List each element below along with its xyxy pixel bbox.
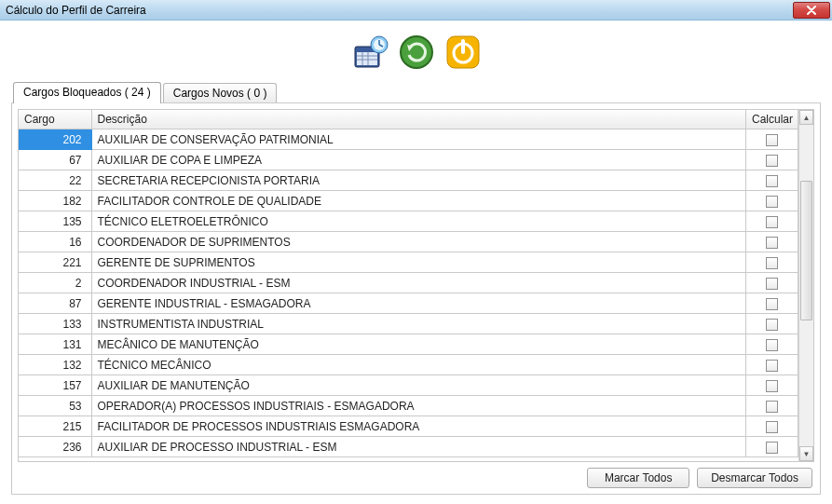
table-row[interactable]: 236AUXILIAR DE PROCESSO INDUSTRIAL - ESM — [19, 437, 798, 457]
cell-cargo[interactable]: 157 — [19, 375, 91, 396]
marcar-todos-button[interactable]: Marcar Todos — [587, 468, 689, 488]
refresh-button[interactable] — [398, 34, 435, 71]
checkbox[interactable] — [766, 237, 778, 249]
cell-descricao[interactable]: COORDENADOR INDUSTRIAL - ESM — [91, 273, 746, 293]
checkbox[interactable] — [766, 421, 778, 433]
cell-descricao[interactable]: OPERADOR(A) PROCESSOS INDUSTRIAIS - ESMA… — [91, 396, 746, 416]
cell-descricao[interactable]: COORDENADOR DE SUPRIMENTOS — [91, 232, 746, 252]
table-row[interactable]: 221GERENTE DE SUPRIMENTOS — [19, 252, 798, 273]
cell-calcular[interactable] — [746, 334, 798, 355]
cell-calcular[interactable] — [746, 211, 798, 232]
checkbox[interactable] — [766, 257, 778, 269]
vertical-scrollbar[interactable]: ▲ ▼ — [798, 110, 813, 461]
cell-descricao[interactable]: TÉCNICO ELETROELETRÔNICO — [91, 211, 746, 232]
calendar-clock-icon — [351, 34, 389, 71]
table-row[interactable]: 53OPERADOR(A) PROCESSOS INDUSTRIAIS - ES… — [19, 396, 798, 416]
cell-cargo[interactable]: 67 — [19, 150, 91, 170]
scroll-track[interactable] — [799, 125, 813, 446]
cell-calcular[interactable] — [746, 396, 798, 416]
scroll-up-arrow[interactable]: ▲ — [799, 110, 813, 125]
cell-calcular[interactable] — [746, 416, 798, 437]
cell-cargo[interactable]: 132 — [19, 355, 91, 375]
checkbox[interactable] — [766, 360, 778, 372]
checkbox[interactable] — [766, 155, 778, 167]
tab-cargos-novos[interactable]: Cargos Novos ( 0 ) — [163, 83, 278, 104]
checkbox[interactable] — [766, 319, 778, 331]
table-row[interactable]: 135TÉCNICO ELETROELETRÔNICO — [19, 211, 798, 232]
cell-calcular[interactable] — [746, 252, 798, 273]
cell-descricao[interactable]: SECRETARIA RECEPCIONISTA PORTARIA — [91, 170, 746, 191]
panel-buttons: Marcar Todos Desmarcar Todos — [587, 468, 812, 488]
cell-calcular[interactable] — [746, 170, 798, 191]
checkbox[interactable] — [766, 175, 778, 187]
cell-cargo[interactable]: 135 — [19, 211, 91, 232]
table-row[interactable]: 157AUXILIAR DE MANUTENÇÃO — [19, 375, 798, 396]
table-row[interactable]: 133INSTRUMENTISTA INDUSTRIAL — [19, 314, 798, 334]
cell-descricao[interactable]: AUXILIAR DE MANUTENÇÃO — [91, 375, 746, 396]
cell-descricao[interactable]: MECÂNICO DE MANUTENÇÃO — [91, 334, 746, 355]
cell-cargo[interactable]: 131 — [19, 334, 91, 355]
cell-descricao[interactable]: FACILITADOR CONTROLE DE QUALIDADE — [91, 191, 746, 211]
table-row[interactable]: 182FACILITADOR CONTROLE DE QUALIDADE — [19, 191, 798, 211]
cell-calcular[interactable] — [746, 437, 798, 457]
table-row[interactable]: 16COORDENADOR DE SUPRIMENTOS — [19, 232, 798, 252]
col-header-descricao[interactable]: Descrição — [91, 110, 746, 129]
cell-calcular[interactable] — [746, 150, 798, 170]
cell-descricao[interactable]: TÉCNICO MECÂNICO — [91, 355, 746, 375]
grid[interactable]: Cargo Descrição Calcular 202AUXILIAR DE … — [19, 110, 798, 461]
checkbox[interactable] — [766, 278, 778, 290]
cell-cargo[interactable]: 202 — [19, 129, 91, 150]
cell-cargo[interactable]: 215 — [19, 416, 91, 437]
cell-cargo[interactable]: 2 — [19, 273, 91, 293]
table-row[interactable]: 2COORDENADOR INDUSTRIAL - ESM — [19, 273, 798, 293]
cell-cargo[interactable]: 133 — [19, 314, 91, 334]
cell-descricao[interactable]: AUXILIAR DE PROCESSO INDUSTRIAL - ESM — [91, 437, 746, 457]
table-row[interactable]: 67AUXILIAR DE COPA E LIMPEZA — [19, 150, 798, 170]
scroll-thumb[interactable] — [800, 181, 812, 320]
checkbox[interactable] — [766, 401, 778, 413]
desmarcar-todos-button[interactable]: Desmarcar Todos — [697, 468, 812, 488]
cell-descricao[interactable]: AUXILIAR DE CONSERVAÇÃO PATRIMONIAL — [91, 129, 746, 150]
col-header-cargo[interactable]: Cargo — [19, 110, 91, 129]
cell-cargo[interactable]: 236 — [19, 437, 91, 457]
cell-calcular[interactable] — [746, 375, 798, 396]
col-header-calcular[interactable]: Calcular — [746, 110, 798, 129]
cell-calcular[interactable] — [746, 355, 798, 375]
cell-cargo[interactable]: 221 — [19, 252, 91, 273]
cell-descricao[interactable]: FACILITADOR DE PROCESSOS INDUSTRIAIS ESM… — [91, 416, 746, 437]
checkbox[interactable] — [766, 216, 778, 228]
table-row[interactable]: 22SECRETARIA RECEPCIONISTA PORTARIA — [19, 170, 798, 191]
cell-cargo[interactable]: 22 — [19, 170, 91, 191]
checkbox[interactable] — [766, 134, 778, 146]
cell-calcular[interactable] — [746, 129, 798, 150]
tab-cargos-bloqueados[interactable]: Cargos Bloqueados ( 24 ) — [13, 82, 161, 103]
cell-calcular[interactable] — [746, 191, 798, 211]
cell-calcular[interactable] — [746, 314, 798, 334]
cell-descricao[interactable]: INSTRUMENTISTA INDUSTRIAL — [91, 314, 746, 334]
checkbox[interactable] — [766, 380, 778, 392]
cell-cargo[interactable]: 16 — [19, 232, 91, 252]
table-row[interactable]: 87GERENTE INDUSTRIAL - ESMAGADORA — [19, 293, 798, 314]
calendar-clock-button[interactable] — [351, 34, 389, 71]
power-button[interactable] — [444, 34, 482, 71]
power-icon — [444, 34, 482, 71]
cell-cargo[interactable]: 182 — [19, 191, 91, 211]
cell-descricao[interactable]: GERENTE INDUSTRIAL - ESMAGADORA — [91, 293, 746, 314]
cell-calcular[interactable] — [746, 293, 798, 314]
cell-cargo[interactable]: 87 — [19, 293, 91, 314]
table-row[interactable]: 132TÉCNICO MECÂNICO — [19, 355, 798, 375]
table-row[interactable]: 202AUXILIAR DE CONSERVAÇÃO PATRIMONIAL — [19, 129, 798, 150]
cell-descricao[interactable]: GERENTE DE SUPRIMENTOS — [91, 252, 746, 273]
checkbox[interactable] — [766, 196, 778, 208]
table-row[interactable]: 215FACILITADOR DE PROCESSOS INDUSTRIAIS … — [19, 416, 798, 437]
table-row[interactable]: 131MECÂNICO DE MANUTENÇÃO — [19, 334, 798, 355]
checkbox[interactable] — [766, 442, 778, 454]
close-button[interactable] — [793, 2, 830, 19]
checkbox[interactable] — [766, 298, 778, 310]
scroll-down-arrow[interactable]: ▼ — [799, 446, 813, 461]
cell-calcular[interactable] — [746, 273, 798, 293]
cell-descricao[interactable]: AUXILIAR DE COPA E LIMPEZA — [91, 150, 746, 170]
checkbox[interactable] — [766, 339, 778, 351]
cell-calcular[interactable] — [746, 232, 798, 252]
cell-cargo[interactable]: 53 — [19, 396, 91, 416]
